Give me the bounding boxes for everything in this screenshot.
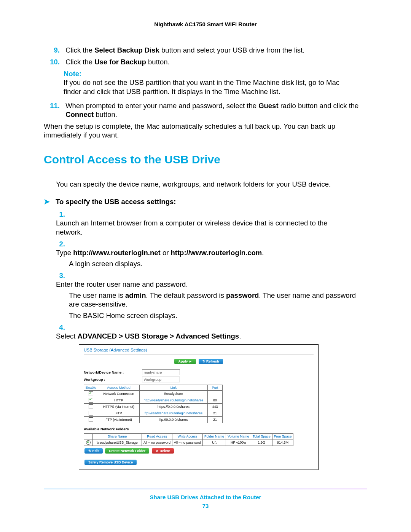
step-9: 9. Click the Select Backup Disk button a… [44, 46, 367, 54]
edit-button[interactable]: ✎ Edit [84, 448, 103, 454]
col-method: Access Method [98, 385, 140, 390]
access-method-table: Enable Access Method Link Port Network C… [84, 385, 223, 423]
step-11: 11. When prompted to enter your name and… [44, 101, 367, 119]
step-number: 10. [44, 58, 64, 66]
bold-text: password [226, 291, 259, 299]
apply-button[interactable]: Apply ► [174, 359, 196, 364]
safe-remove-row: Safely Remove USB Device [84, 460, 314, 465]
col-folder: Folder Name [203, 433, 226, 439]
col-link: Link [140, 385, 208, 390]
text: Type [56, 249, 73, 257]
delete-button[interactable]: ✕ Delete [152, 448, 174, 454]
col-write: Write Access [172, 433, 203, 439]
folder-buttons: ✎ Edit Create Network Folder ✕ Delete [84, 448, 314, 454]
checkbox[interactable] [89, 391, 93, 396]
col-read: Read Access [142, 433, 172, 439]
cell: FTP (via internet) [98, 416, 140, 423]
section-heading: Control Access to the USB Drive [44, 153, 367, 166]
text: Click the [65, 46, 94, 54]
link[interactable]: http://readyshare.routerlogin.net/shares [143, 398, 203, 402]
table-row: Network Connection\\readyshare- [84, 390, 223, 397]
workgroup-field: Workgroup : Workgroup [84, 377, 314, 382]
col-free: Free Space [272, 433, 293, 439]
note-text: If you do not see the USB partition that… [64, 78, 342, 96]
text: The user name is [69, 291, 125, 299]
checkbox[interactable] [89, 398, 93, 403]
checkbox[interactable] [89, 404, 93, 409]
col-volume: Volume Name [226, 433, 251, 439]
step-number: 9. [44, 46, 64, 54]
radio[interactable] [86, 440, 91, 445]
link[interactable]: ftp://readyshare.routerlogin.net/shares [145, 411, 202, 415]
divider [44, 489, 367, 489]
cell: HTTP [98, 397, 140, 403]
proc-step-2: 2. Type http://www.routerlogin.net or ht… [56, 240, 367, 257]
paragraph: When the setup is complete, the Mac auto… [44, 122, 367, 139]
cell: \\readyshare [140, 390, 208, 397]
col-total: Total Space [251, 433, 272, 439]
procedure-heading: ➤ To specify the USB access settings: [44, 198, 367, 206]
step-body: Enter the router user name and password. [56, 280, 354, 289]
table-row: HTTPS (via internet)https://0.0.0.0/shar… [84, 403, 223, 410]
follow-text: The BASIC Home screen displays. [69, 311, 367, 320]
cell: 80 [208, 397, 223, 403]
table-row: \\readyshare\USB_Storage All – no passwo… [84, 439, 293, 446]
bold-text: ADVANCED > USB Storage > Advanced Settin… [78, 332, 239, 340]
col-share: Share Name [93, 433, 142, 439]
step-number: 2. [56, 240, 67, 248]
checkbox[interactable] [89, 417, 93, 422]
bold-text: admin [125, 291, 146, 299]
text: When prompted to enter your name and pas… [65, 102, 258, 110]
cell: 21 [208, 416, 223, 423]
checkbox[interactable] [89, 411, 93, 415]
bold-text: Select Backup Disk [94, 46, 159, 54]
col-port: Port [208, 385, 223, 390]
cell: 1.9G [251, 439, 272, 446]
proc-step-3: 3. Enter the router user name and passwo… [56, 271, 367, 289]
arrow-icon: ➤ [44, 198, 54, 206]
cell: ftp://0.0.0.0/shares [140, 416, 208, 423]
page-header: Nighthawk AC1750 Smart WiFi Router [44, 21, 367, 27]
procedure-steps: 1. Launch an Internet browser from a com… [56, 210, 367, 470]
follow-text: A login screen displays. [69, 259, 367, 268]
follow-text: The user name is admin. The default pass… [69, 291, 367, 308]
step-number: 1. [56, 210, 67, 219]
create-folder-button[interactable]: Create Network Folder [105, 448, 149, 454]
link-cell[interactable]: http://readyshare.routerlogin.net/shares [140, 397, 208, 403]
cell: All – no password [172, 439, 203, 446]
step-number: 4. [56, 323, 67, 332]
workgroup-input[interactable]: Workgroup [142, 377, 180, 382]
col-enable: Enable [84, 385, 98, 390]
link-cell[interactable]: ftp://readyshare.routerlogin.net/shares [140, 410, 208, 416]
step-10: 10. Click the Use for Backup button. [44, 58, 367, 66]
cell: All – no password [142, 439, 172, 446]
folders-table: Share Name Read Access Write Access Fold… [84, 433, 293, 446]
step-body: Select ADVANCED > USB Storage > Advanced… [56, 332, 354, 340]
text: . [262, 249, 264, 257]
cell: HTTPS (via internet) [98, 403, 140, 410]
bold-text: Connect [65, 110, 94, 118]
note-label: Note: [64, 69, 86, 78]
bold-text: Use for Backup [94, 58, 146, 66]
cell: U:\ [203, 439, 226, 446]
label: Network/Device Name : [84, 370, 141, 374]
device-name-input[interactable]: readyshare [142, 369, 180, 375]
panel-title: USB Storage (Advanced Settings) [84, 348, 314, 355]
step-body: Click the Use for Backup button. [65, 58, 366, 66]
cell: Network Connection [98, 390, 140, 397]
table-row: FTP (via internet)ftp://0.0.0.0/shares21 [84, 416, 223, 423]
cell: HP v100w [226, 439, 251, 446]
step-number: 11. [44, 101, 64, 110]
ui-screenshot: USB Storage (Advanced Settings) Apply ► … [79, 344, 319, 470]
safe-remove-button[interactable]: Safely Remove USB Device [84, 460, 137, 465]
refresh-button[interactable]: ↻ Refresh [199, 359, 223, 364]
text: . [239, 332, 241, 340]
text: button. [146, 58, 170, 66]
cell: 21 [208, 410, 223, 416]
device-name-field: Network/Device Name : readyshare [84, 369, 314, 375]
label: Workgroup : [84, 377, 141, 382]
text: Click the [65, 58, 94, 66]
button-row: Apply ► ↻ Refresh [84, 359, 314, 364]
bold-text: http://www.routerlogin.com [171, 249, 262, 257]
step-body: When prompted to enter your name and pas… [65, 101, 366, 119]
